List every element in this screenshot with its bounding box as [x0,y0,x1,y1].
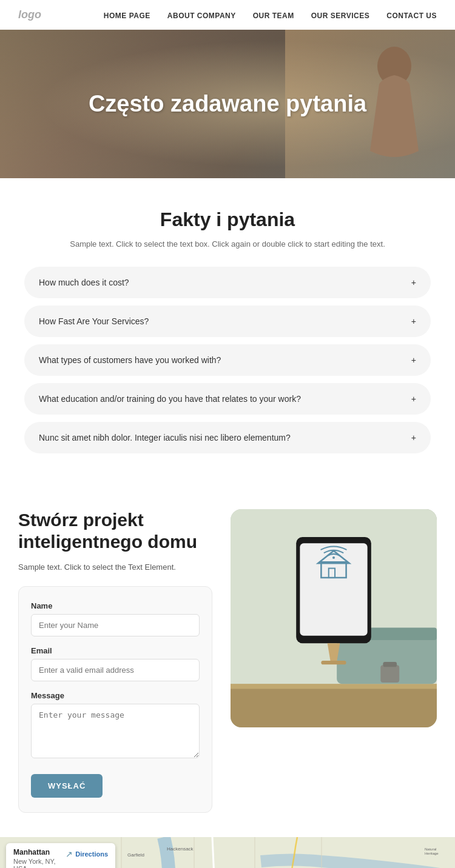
svg-rect-17 [380,665,399,683]
nav-item-team[interactable]: OUR TEAM [253,10,294,21]
logo: logo [18,8,41,21]
nav-item-contact[interactable]: CONTACT US [386,10,437,21]
faq-question-4: What education and/or training do you ha… [39,394,301,404]
map-section: New York MANHATTAN BROOKLYN QUEENS HARLE… [0,837,455,868]
nav-item-about[interactable]: ABOUT COMPANY [167,10,236,21]
faq-expand-icon-4: + [411,394,416,404]
smart-home-right [231,509,437,727]
faq-question-3: What types of customers have you worked … [39,355,221,365]
svg-text:Natural: Natural [425,847,436,851]
faq-expand-icon-1: + [411,278,416,287]
navigation: logo HOME PAGE ABOUT COMPANY OUR TEAM OU… [0,0,455,30]
faq-item-4[interactable]: What education and/or training do you ha… [24,383,431,415]
faq-item-1[interactable]: How much does it cost? + [24,267,431,298]
email-label: Email [31,646,200,655]
location-sub: New York, NY, USA [13,858,66,868]
hero-title: Często zadawane pytania [52,91,403,117]
smart-home-description: Sample text. Click to select the Text El… [18,563,212,572]
faq-question-5: Nunc sit amet nibh dolor. Integer iaculi… [39,433,291,442]
hero-section: Często zadawane pytania [0,30,455,178]
svg-point-16 [332,556,335,559]
faq-expand-icon-5: + [411,433,416,442]
message-form-group: Message [31,691,200,761]
svg-rect-12 [321,661,346,664]
tablet-image [231,509,437,727]
faq-question-1: How much does it cost? [39,278,129,287]
name-input[interactable] [31,614,200,636]
svg-text:Hackensack: Hackensack [167,846,194,852]
faq-expand-icon-2: + [411,316,416,326]
svg-text:Garfield: Garfield [127,852,144,858]
faq-item-2[interactable]: How Fast Are Your Services? + [24,305,431,337]
nav-item-services[interactable]: OUR SERVICES [311,10,369,21]
faq-title: Fakty i pytania [24,209,431,231]
message-input[interactable] [31,704,200,758]
name-label: Name [31,601,200,610]
svg-rect-5 [231,684,437,689]
directions-button[interactable]: Directions [75,850,108,858]
directions-arrow-icon: ↗ [66,849,73,859]
nav-links: HOME PAGE ABOUT COMPANY OUR TEAM OUR SER… [104,10,437,21]
smart-home-left: Stwórz projekt inteligentnego domu Sampl… [18,509,212,813]
faq-section: Fakty i pytania Sample text. Click to se… [0,178,455,479]
map-info-box: Manhattan New York, NY, USA ↗ Directions… [6,843,115,868]
email-input[interactable] [31,659,200,681]
svg-text:Heritage: Heritage [425,852,439,855]
email-form-group: Email [31,646,200,681]
message-label: Message [31,691,200,700]
faq-question-2: How Fast Are Your Services? [39,316,149,326]
location-name: Manhattan [13,848,66,856]
svg-rect-18 [383,662,397,667]
faq-expand-icon-3: + [411,355,416,365]
faq-item-5[interactable]: Nunc sit amet nibh dolor. Integer iaculi… [24,422,431,453]
smart-home-title: Stwórz projekt inteligentnego domu [18,509,212,553]
nav-item-home[interactable]: HOME PAGE [104,10,150,21]
submit-button[interactable]: WYSŁAĆ [31,774,103,798]
smart-home-section: Stwórz projekt inteligentnego domu Sampl… [0,479,455,837]
faq-subtitle: Sample text. Click to select the text bo… [24,239,431,249]
faq-item-3[interactable]: What types of customers have you worked … [24,344,431,376]
contact-form: Name Email Message WYSŁAĆ [18,586,212,813]
name-form-group: Name [31,601,200,636]
